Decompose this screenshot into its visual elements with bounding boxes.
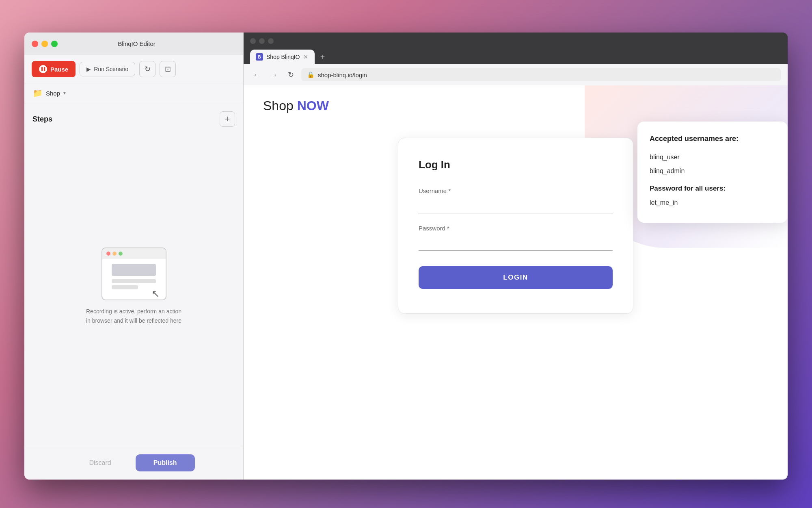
login-card: Log In Username * Password * bbox=[398, 138, 633, 314]
reload-icon: ↻ bbox=[288, 70, 294, 79]
forward-icon: → bbox=[270, 71, 277, 79]
mini-content-line-1 bbox=[112, 279, 156, 283]
back-icon: ← bbox=[253, 71, 260, 79]
password-form-group: Password * bbox=[419, 225, 613, 251]
discard-label: Discard bbox=[89, 459, 111, 466]
browser-tab-active[interactable]: B Shop BlinqIO ✕ bbox=[250, 50, 315, 64]
mac-window: BlinqIO Editor Pause ▶ Run Scenario ↻ bbox=[24, 33, 788, 480]
password-title: Password for all users: bbox=[650, 185, 775, 193]
tab-bar: B Shop BlinqIO ✕ + bbox=[250, 50, 781, 64]
pause-label: Pause bbox=[50, 66, 68, 73]
refresh-icon: ↻ bbox=[145, 65, 151, 74]
embed-button[interactable]: ⊡ bbox=[160, 61, 176, 77]
steps-container: Steps + bbox=[24, 103, 243, 446]
lock-icon: 🔒 bbox=[307, 71, 315, 78]
run-scenario-button[interactable]: ▶ Run Scenario bbox=[80, 62, 135, 76]
mini-browser-icon: ↖ bbox=[102, 247, 166, 300]
browser-chrome: B Shop BlinqIO ✕ + bbox=[244, 33, 788, 64]
username-form-group: Username * bbox=[419, 187, 613, 213]
editor-titlebar: BlinqIO Editor bbox=[24, 33, 243, 55]
password-label: Password * bbox=[419, 225, 613, 232]
recording-placeholder: ↖ Recording is active, perform an action… bbox=[32, 135, 235, 438]
login-title: Log In bbox=[419, 158, 613, 171]
steps-title: Steps bbox=[32, 115, 52, 124]
mini-content-lines bbox=[112, 279, 156, 289]
discard-button[interactable]: Discard bbox=[73, 454, 127, 471]
run-scenario-label: Run Scenario bbox=[94, 66, 128, 72]
cursor-icon: ↖ bbox=[151, 288, 160, 300]
editor-title: BlinqIO Editor bbox=[37, 40, 236, 47]
new-tab-button[interactable]: + bbox=[316, 50, 329, 63]
mini-content-line-2 bbox=[112, 285, 138, 289]
plus-icon: + bbox=[225, 114, 230, 124]
mini-dot-red bbox=[106, 252, 110, 256]
browser-traffic-lights bbox=[250, 38, 274, 44]
password-label-text: Password * bbox=[419, 225, 449, 232]
page-header: Shop NOW bbox=[244, 85, 788, 122]
publish-button[interactable]: Publish bbox=[136, 454, 195, 471]
chevron-down-icon: ▾ bbox=[63, 90, 66, 96]
editor-bottom: Discard Publish bbox=[24, 446, 243, 480]
password-input[interactable] bbox=[419, 235, 613, 251]
login-section: Log In Username * Password * bbox=[244, 122, 788, 330]
folder-name: Shop bbox=[46, 90, 60, 97]
credentials-card: Accepted usernames are: blinq_user blinq… bbox=[637, 122, 788, 223]
folder-row: 📁 Shop ▾ bbox=[24, 83, 243, 103]
browser-panel: B Shop BlinqIO ✕ + ← → ↻ 🔒 shop-blinq.i bbox=[244, 33, 788, 480]
refresh-button[interactable]: ↻ bbox=[139, 61, 155, 77]
mini-browser-dots bbox=[102, 248, 166, 259]
pause-bar-right bbox=[44, 67, 45, 71]
browser-chrome-top bbox=[250, 38, 781, 44]
username-blinq-admin: blinq_admin bbox=[650, 164, 775, 178]
username-blinq-user: blinq_user bbox=[650, 150, 775, 164]
header-part2: NOW bbox=[297, 98, 329, 113]
steps-header: Steps + bbox=[32, 111, 235, 127]
add-step-button[interactable]: + bbox=[220, 111, 235, 127]
header-part1: Shop bbox=[263, 98, 297, 113]
back-button[interactable]: ← bbox=[250, 68, 263, 81]
mini-dot-yellow bbox=[112, 252, 117, 256]
username-label: Username * bbox=[419, 187, 613, 194]
mini-dot-green bbox=[119, 252, 123, 256]
mini-content-block bbox=[112, 264, 156, 276]
login-label: LOGIN bbox=[503, 274, 528, 281]
address-bar[interactable]: 🔒 shop-blinq.io/login bbox=[301, 68, 781, 81]
tab-favicon: B bbox=[256, 53, 263, 61]
play-icon: ▶ bbox=[86, 66, 91, 72]
editor-toolbar: Pause ▶ Run Scenario ↻ ⊡ bbox=[24, 55, 243, 83]
username-input[interactable] bbox=[419, 198, 613, 213]
credentials-title: Accepted usernames are: bbox=[650, 135, 775, 143]
pause-bar-left bbox=[41, 67, 43, 71]
embed-icon: ⊡ bbox=[165, 65, 171, 74]
recording-line2: in browser and it will be reflected here bbox=[86, 317, 181, 324]
pause-icon bbox=[39, 65, 47, 73]
editor-panel: BlinqIO Editor Pause ▶ Run Scenario ↻ bbox=[24, 33, 244, 480]
recording-hint-text: Recording is active, perform an action i… bbox=[86, 307, 181, 325]
password-value: let_me_in bbox=[650, 196, 775, 210]
browser-content: Shop NOW Log In Username * Password * bbox=[244, 85, 788, 480]
folder-icon: 📁 bbox=[32, 88, 43, 98]
recording-line1: Recording is active, perform an action bbox=[86, 308, 181, 315]
username-label-text: Username * bbox=[419, 187, 451, 194]
forward-button[interactable]: → bbox=[267, 68, 280, 81]
address-bar-url: shop-blinq.io/login bbox=[318, 72, 367, 78]
browser-close-light[interactable] bbox=[250, 38, 256, 44]
login-button[interactable]: LOGIN bbox=[419, 266, 613, 289]
pause-bars-icon bbox=[41, 67, 45, 71]
pause-button[interactable]: Pause bbox=[32, 61, 76, 77]
browser-fullscreen-light[interactable] bbox=[268, 38, 274, 44]
tab-close-button[interactable]: ✕ bbox=[303, 54, 308, 60]
browser-minimize-light[interactable] bbox=[259, 38, 265, 44]
tab-title: Shop BlinqIO bbox=[266, 54, 300, 60]
reload-button[interactable]: ↻ bbox=[284, 68, 297, 81]
publish-label: Publish bbox=[153, 459, 177, 466]
browser-nav: ← → ↻ 🔒 shop-blinq.io/login bbox=[244, 64, 788, 85]
